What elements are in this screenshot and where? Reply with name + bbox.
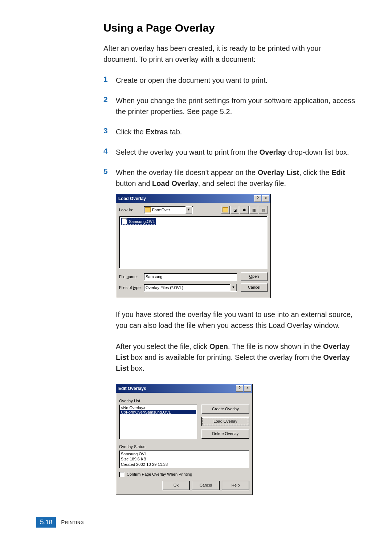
text: When the overlay file doesn't appear on … xyxy=(116,168,258,176)
step-2: 2 When you change the print settings fro… xyxy=(103,95,356,117)
chapter-number: 5 xyxy=(40,518,44,526)
chevron-down-icon[interactable]: ▼ xyxy=(230,284,237,291)
help-icon[interactable]: ? xyxy=(254,195,261,202)
checkbox-icon[interactable] xyxy=(119,472,124,477)
text: Click the xyxy=(116,128,146,136)
page-title: Using a Page Overlay xyxy=(103,22,356,34)
load-overlay-button[interactable]: Load Overlay xyxy=(201,417,249,426)
text: drop-down list box. xyxy=(286,148,349,156)
text: . The file is now shown in the xyxy=(228,342,323,350)
text: tab. xyxy=(168,128,182,136)
desktop-icon[interactable]: ◪ xyxy=(230,206,239,214)
lookin-label: Look in: xyxy=(119,208,144,212)
resize-grip-icon[interactable]: ⋰ xyxy=(116,295,270,298)
overlay-status-box: Samsung.OVL Size 189.6 KB Created 2002-1… xyxy=(119,450,249,468)
file-name: Samsung.OVL xyxy=(129,219,155,224)
step-number: 1 xyxy=(103,75,116,86)
text: , click the xyxy=(299,168,331,176)
load-overlay-dialog: Load Overlay ? × Look in: FormOver ▼ xyxy=(116,194,271,298)
text: button and xyxy=(116,179,152,187)
step-1: 1 Create or open the document you want t… xyxy=(103,75,356,86)
bold-load-overlay: Load Overlay xyxy=(152,179,198,187)
chevron-down-icon[interactable]: ▼ xyxy=(185,206,192,214)
page-number-badge: 5.18 xyxy=(36,517,56,528)
page-number: 18 xyxy=(45,519,52,526)
list-view-icon[interactable]: ▦ xyxy=(249,206,258,214)
step-3: 3 Click the Extras tab. xyxy=(103,126,356,137)
status-line: Samsung.OVL xyxy=(121,451,248,456)
confirm-checkbox-row[interactable]: Confirm Page Overlay When Printing xyxy=(119,472,249,477)
text: box. xyxy=(129,364,144,372)
step-text: Select the overlay you want to print fro… xyxy=(116,147,356,158)
step-5: 5 When the overlay file doesn't appear o… xyxy=(103,167,356,189)
ok-button[interactable]: Ok xyxy=(162,481,190,490)
status-line: Created 2002-10-29 11:38 xyxy=(121,462,248,467)
new-folder-icon[interactable]: ✱ xyxy=(240,206,249,214)
bold-open: Open xyxy=(209,342,228,350)
page-footer: 5.18 Printing xyxy=(36,517,356,528)
intro-paragraph: After an overlay has been created, it is… xyxy=(103,43,356,65)
cancel-button[interactable]: Cancel xyxy=(192,481,220,490)
step-number: 5 xyxy=(103,167,116,189)
step5-paragraph-2: If you have stored the overlay file you … xyxy=(116,309,356,331)
file-list[interactable]: Samsung.OVL xyxy=(119,216,268,269)
text: , and select the overlay file. xyxy=(198,179,286,187)
help-icon[interactable]: ? xyxy=(236,385,243,392)
folder-icon xyxy=(145,207,151,212)
step-number: 2 xyxy=(103,95,116,117)
edit-overlays-dialog: Edit Overlays ? × Overlay List <No Overl… xyxy=(116,384,253,495)
step-text: When the overlay file doesn't appear on … xyxy=(116,167,356,189)
lookin-value: FormOver xyxy=(152,208,170,212)
filename-label: File name: xyxy=(119,275,144,279)
text: box and is available for printing. Selec… xyxy=(129,353,323,361)
bold-overlay-list: Overlay List xyxy=(258,168,299,176)
step-text: Create or open the document you want to … xyxy=(116,75,356,86)
step-text: When you change the print settings from … xyxy=(116,95,356,117)
step-text: Click the Extras tab. xyxy=(116,126,356,137)
close-icon[interactable]: × xyxy=(244,385,251,392)
step5-paragraph-3: After you select the file, click Open. T… xyxy=(116,341,356,374)
step-4: 4 Select the overlay you want to print f… xyxy=(103,147,356,158)
dialog-title: Edit Overlays xyxy=(118,386,235,391)
open-button[interactable]: Open xyxy=(241,272,268,281)
status-line: Size 189.6 KB xyxy=(121,456,248,461)
overlay-list-label: Overlay List xyxy=(119,399,249,403)
filetype-select[interactable]: Overlay Files (*.OVL) ▼ xyxy=(144,284,237,292)
filetype-value: Overlay Files (*.OVL) xyxy=(146,285,230,290)
cancel-button[interactable]: Cancel xyxy=(241,283,268,292)
filename-input[interactable]: Samsung xyxy=(144,273,237,281)
file-icon xyxy=(122,218,127,224)
dialog-titlebar[interactable]: Edit Overlays ? × xyxy=(116,384,252,393)
overlay-status-label: Overlay Status xyxy=(119,444,249,449)
dialog-titlebar[interactable]: Load Overlay ? × xyxy=(116,194,270,203)
confirm-label: Confirm Page Overlay When Printing xyxy=(127,472,192,476)
details-view-icon[interactable]: ▤ xyxy=(259,206,268,214)
bold-extras: Extras xyxy=(146,128,168,136)
list-item-selected[interactable]: C:\FormOver\Samsung.OVL xyxy=(120,410,196,414)
step-number: 4 xyxy=(103,147,116,158)
lookin-select[interactable]: FormOver ▼ xyxy=(144,206,193,214)
filename-value: Samsung xyxy=(146,275,162,279)
help-button[interactable]: Help xyxy=(222,481,249,490)
delete-overlay-button[interactable]: Delete Overlay xyxy=(201,429,249,439)
up-folder-icon[interactable] xyxy=(221,206,230,214)
bold-overlay: Overlay xyxy=(260,148,286,156)
close-icon[interactable]: × xyxy=(262,195,269,202)
section-name: Printing xyxy=(61,519,84,525)
dialog-title: Load Overlay xyxy=(118,196,253,201)
file-item-selected[interactable]: Samsung.OVL xyxy=(121,218,156,225)
list-item[interactable]: <No Overlay> xyxy=(120,406,196,410)
step-number: 3 xyxy=(103,126,116,137)
text: Select the overlay you want to print fro… xyxy=(116,148,260,156)
overlay-list-box[interactable]: <No Overlay> C:\FormOver\Samsung.OVL xyxy=(119,404,197,439)
bold-edit: Edit xyxy=(331,168,345,176)
create-overlay-button[interactable]: Create Overlay xyxy=(201,404,249,414)
text: After you select the file, click xyxy=(116,342,209,350)
filetype-label: Files of type: xyxy=(119,285,144,290)
